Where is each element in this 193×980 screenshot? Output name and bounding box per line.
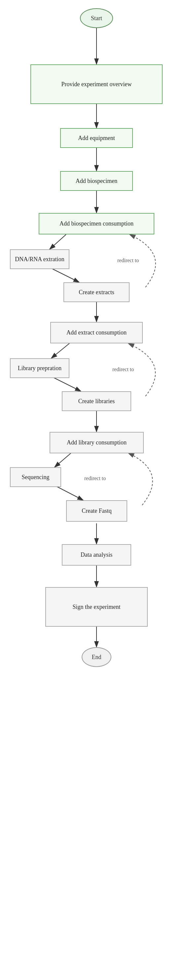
add-extract-consumption-node: Add extract consumption (50, 322, 143, 344)
library-prep-node: Library prepration (10, 358, 69, 378)
add-biospecimen-node: Add biospecimen (60, 171, 133, 191)
end-node: End (81, 647, 112, 667)
add-biospecimen-consumption-node: Add biospecimen consumption (39, 213, 154, 234)
start-node: Start (80, 8, 113, 28)
data-analysis-node: Data analysis (62, 544, 131, 566)
svg-line-6 (49, 234, 66, 249)
provide-overview-node: Provide experiment overview (30, 64, 163, 104)
svg-line-12 (54, 453, 71, 467)
svg-line-10 (51, 376, 81, 391)
svg-line-13 (54, 485, 83, 500)
create-fastq-node: Create Fastq (66, 500, 127, 522)
redirect-to-label-3: redirect to (84, 476, 106, 481)
svg-line-9 (51, 344, 69, 358)
svg-line-7 (49, 267, 79, 282)
sequencing-node: Sequencing (10, 467, 61, 487)
add-equipment-node: Add equipment (60, 128, 133, 148)
add-library-consumption-node: Add library consumption (49, 432, 144, 453)
create-libraries-node: Create libraries (62, 391, 131, 411)
dna-rna-node: DNA/RNA extration (10, 249, 69, 269)
redirect-to-label-2: redirect to (112, 366, 134, 372)
flowchart: Start Provide experiment overview Add eq… (0, 0, 193, 980)
redirect-to-label-1: redirect to (117, 258, 139, 264)
create-extracts-node: Create extracts (64, 282, 129, 302)
sign-experiment-node: Sign the experiment (45, 587, 148, 627)
